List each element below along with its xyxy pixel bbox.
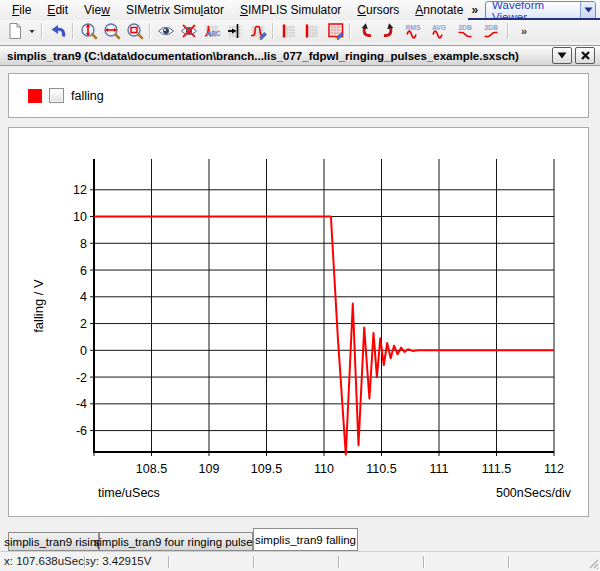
waveform-chart[interactable]: 108.5109109.5110110.5111111.511212108642…	[9, 128, 588, 516]
toolbar-overflow-button[interactable]: »	[512, 21, 535, 41]
3db-highpass-button[interactable]: 3DB	[478, 21, 504, 41]
hide-curve-button[interactable]	[177, 21, 200, 41]
tab-simplis-tran9-falling[interactable]: simplis_tran9 falling	[253, 528, 358, 551]
arc-left-icon	[357, 22, 375, 40]
zoom-y-icon	[80, 22, 98, 40]
x-tick-label: 112	[544, 462, 564, 476]
svg-text:ABC: ABC	[206, 30, 220, 37]
toolbar-separator	[272, 23, 274, 39]
edit-curve-button[interactable]	[246, 21, 269, 41]
new-graph-dropdown-button[interactable]	[26, 21, 38, 41]
status-y-readout: y: 3.42915V	[90, 552, 151, 571]
graph-title-bar: simplis_tran9 (C:\data\documentation\bra…	[0, 45, 600, 66]
y-tick-label: 6	[80, 264, 87, 278]
statusbar-divider	[253, 556, 255, 568]
menu-item-edit[interactable]: Edit	[39, 1, 76, 19]
edit-graph-button[interactable]	[323, 21, 346, 41]
close-icon[interactable]	[575, 47, 595, 64]
graph-menu-button[interactable]	[552, 47, 572, 64]
menu-item-simplis-simulator[interactable]: SIMPLIS Simulator	[232, 1, 349, 19]
axis-y-icon	[280, 22, 298, 40]
svg-text:AVG: AVG	[432, 24, 446, 31]
statusbar-divider	[84, 556, 86, 568]
menu-bar-items: FileEditViewSIMetrix SimulatorSIMPLIS Si…	[4, 1, 471, 19]
zoom-x-icon	[103, 22, 121, 40]
legend-label: falling	[71, 89, 104, 103]
graph-title: simplis_tran9 (C:\data\documentation\bra…	[7, 50, 549, 62]
menu-item-file[interactable]: File	[4, 1, 39, 19]
menu-item-cursors[interactable]: Cursors	[349, 1, 407, 19]
viewer-select[interactable]: Waveform Viewer	[485, 1, 596, 20]
rms-button[interactable]: RMS	[400, 21, 426, 41]
svg-text:»: »	[520, 25, 526, 37]
y-tick-label: 10	[73, 210, 87, 224]
y-tick-label: 12	[73, 183, 87, 197]
page-icon	[6, 22, 24, 40]
statusbar-divider	[168, 556, 170, 568]
graph-panel: 108.5109109.5110110.5111111.511212108642…	[8, 127, 589, 517]
undo-button[interactable]	[46, 21, 69, 41]
label-curve-button[interactable]: ABC	[200, 21, 223, 41]
status-bar: x: 107.638uSecs y: 3.42915V	[0, 551, 600, 571]
svg-text:3DB: 3DB	[484, 24, 498, 31]
next-curve-button[interactable]	[377, 21, 400, 41]
menu-item-annotate[interactable]: Annotate	[407, 1, 471, 19]
toolbar-separator	[507, 23, 509, 39]
new-graph-button[interactable]	[3, 21, 26, 41]
y-tick-label: -2	[76, 371, 87, 385]
menu-item-simetrix-simulator[interactable]: SIMetrix Simulator	[118, 1, 232, 19]
tab-simplis-tran9-four-ringing-pulses[interactable]: simplis_tran9 four ringing pulses	[99, 532, 253, 551]
menu-item-view[interactable]: View	[76, 1, 118, 19]
chevron-icon: »	[515, 22, 533, 40]
statusbar-divider	[423, 556, 425, 568]
menubar-accent-line	[468, 18, 600, 20]
grid-edit-icon	[326, 22, 344, 40]
svg-text:RMS: RMS	[405, 24, 421, 31]
toolbar: ABCRMSAVG3DB3DB»	[0, 20, 600, 42]
status-x-readout: x: 107.638uSecs	[4, 552, 90, 571]
zoom-y-button[interactable]	[77, 21, 100, 41]
y-tick-label: -6	[76, 424, 87, 438]
legend-checkbox[interactable]	[49, 88, 64, 103]
add-grid-button[interactable]	[300, 21, 323, 41]
eye-off-icon	[180, 22, 198, 40]
viewer-select-arrow-icon[interactable]	[580, 2, 595, 19]
add-y-axis-button[interactable]	[277, 21, 300, 41]
zoom-box-button[interactable]	[123, 21, 146, 41]
x-tick-label: 108.5	[136, 462, 167, 476]
x-tick-label: 111	[429, 462, 448, 476]
y-tick-label: 2	[80, 317, 87, 331]
x-division-label: 500nSecs/div	[496, 486, 572, 500]
curve-edit-icon	[249, 22, 267, 40]
menu-bar: FileEditViewSIMetrix SimulatorSIMPLIS Si…	[0, 0, 600, 20]
previous-curve-button[interactable]	[354, 21, 377, 41]
y-tick-label: 8	[80, 237, 87, 251]
toolbar-separator	[72, 23, 74, 39]
viewer-select-value: Waveform Viewer	[486, 2, 580, 19]
3db-lowpass-button[interactable]: 3DB	[452, 21, 478, 41]
cursor-grid-icon	[226, 22, 244, 40]
avg-button[interactable]: AVG	[426, 21, 452, 41]
statusbar-divider	[508, 556, 510, 568]
legend-panel: falling	[8, 73, 589, 118]
resize-grip[interactable]	[588, 558, 599, 571]
x-tick-label: 109	[199, 462, 220, 476]
move-cursor-button[interactable]	[223, 21, 246, 41]
show-curve-button[interactable]	[154, 21, 177, 41]
caret-down-icon	[26, 22, 38, 40]
menu-overflow-chevron-icon[interactable]: »	[471, 3, 478, 17]
menu-bar-right: » Waveform Viewer	[471, 1, 600, 20]
zoom-x-button[interactable]	[100, 21, 123, 41]
sine-icon: AVG	[430, 22, 448, 40]
y-tick-label: 4	[80, 290, 87, 304]
toolbar-separator	[41, 23, 43, 39]
tab-simplis-tran9-rising[interactable]: simplis_tran9 rising	[8, 532, 99, 551]
eye-icon	[157, 22, 175, 40]
svg-text:3DB: 3DB	[458, 24, 472, 31]
waveform-viewer-window: FileEditViewSIMetrix SimulatorSIMPLIS Si…	[0, 0, 600, 571]
db-fall-icon: 3DB	[456, 22, 474, 40]
x-axis-label: time/uSecs	[98, 486, 160, 500]
statusbar-divider	[338, 556, 340, 568]
toolbar-separator	[149, 23, 151, 39]
y-tick-label: 0	[80, 344, 87, 358]
